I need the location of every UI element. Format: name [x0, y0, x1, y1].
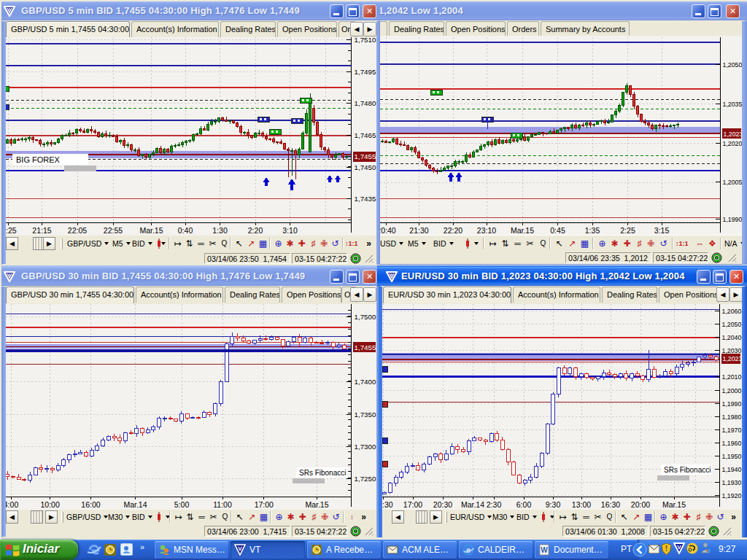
svg-text:9:30: 9:30 — [546, 500, 561, 509]
svg-text:1,7400: 1,7400 — [355, 378, 377, 386]
svg-text:11:00: 11:00 — [213, 500, 232, 509]
svg-text:1,2020: 1,2020 — [723, 140, 743, 147]
svg-text:3:15: 3:15 — [654, 226, 670, 235]
svg-text:3:10: 3:10 — [282, 226, 298, 235]
svg-text:!: ! — [665, 545, 667, 553]
svg-text:22:05: 22:05 — [68, 226, 87, 235]
svg-text:V: V — [677, 544, 681, 551]
svg-text:Mar.15: Mar.15 — [305, 500, 328, 509]
svg-text:1,1920: 1,1920 — [722, 492, 742, 499]
svg-text:21:15: 21:15 — [32, 226, 51, 235]
svg-text:1,7300: 1,7300 — [355, 443, 377, 451]
svg-text:Mar.14: Mar.14 — [123, 500, 147, 509]
svg-text:4:00: 4:00 — [6, 500, 18, 509]
svg-text:1,7495: 1,7495 — [355, 68, 377, 76]
svg-text:1,1970: 1,1970 — [722, 427, 742, 434]
svg-text:Mar.15: Mar.15 — [139, 226, 163, 235]
svg-text:1,7435: 1,7435 — [355, 195, 377, 203]
svg-text:1,7455: 1,7455 — [355, 152, 377, 160]
svg-text::25: :25 — [6, 226, 17, 235]
svg-text:21:30: 21:30 — [409, 226, 428, 235]
svg-text:20:00: 20:00 — [631, 500, 650, 509]
svg-text:Mar.15: Mar.15 — [662, 500, 686, 509]
svg-text:2:25: 2:25 — [620, 226, 635, 235]
svg-text:1,1930: 1,1930 — [722, 479, 742, 486]
svg-text:23:10: 23:10 — [477, 226, 496, 235]
svg-text:16:00: 16:00 — [81, 500, 100, 509]
svg-text:1,2035: 1,2035 — [723, 101, 743, 108]
svg-text:1,1960: 1,1960 — [722, 440, 742, 447]
svg-text:1,2010: 1,2010 — [722, 373, 742, 381]
svg-text:1,1940: 1,1940 — [722, 466, 742, 473]
svg-text:0:45: 0:45 — [550, 226, 565, 235]
svg-text:1,2060: 1,2060 — [722, 308, 742, 315]
svg-text:1,2023: 1,2023 — [724, 131, 743, 138]
svg-text:2:20: 2:20 — [248, 226, 263, 235]
svg-text:1:30: 1:30 — [212, 226, 228, 235]
svg-text:1,2005: 1,2005 — [723, 179, 743, 186]
svg-text:1,7350: 1,7350 — [355, 411, 377, 419]
svg-text:22:55: 22:55 — [104, 226, 123, 235]
svg-text:BIG FOREX: BIG FOREX — [16, 155, 61, 164]
svg-text:22:20: 22:20 — [444, 226, 462, 235]
svg-text:5:00: 5:00 — [174, 500, 190, 509]
svg-text:1,2050: 1,2050 — [722, 321, 742, 328]
svg-text:17:00: 17:00 — [255, 500, 274, 509]
svg-text:0:40: 0:40 — [178, 226, 193, 235]
svg-text:6:00: 6:00 — [516, 500, 532, 509]
svg-text:10:00: 10:00 — [40, 500, 59, 509]
svg-text:17:00: 17:00 — [403, 500, 422, 509]
svg-text:1,7465: 1,7465 — [355, 131, 377, 139]
svg-text:SRs Fibonacci: SRs Fibonacci — [299, 469, 346, 477]
svg-text:1,2030: 1,2030 — [722, 347, 742, 354]
svg-text:16:30: 16:30 — [601, 500, 620, 509]
svg-text:1,2023: 1,2023 — [723, 355, 743, 362]
svg-text:1,1950: 1,1950 — [722, 453, 742, 460]
svg-text:13:00: 13:00 — [572, 500, 591, 509]
svg-text:1,7500: 1,7500 — [355, 313, 377, 321]
svg-text:1,1990: 1,1990 — [722, 400, 742, 408]
svg-text:Mar.14: Mar.14 — [461, 500, 484, 509]
svg-text:SRs Fibonacci: SRs Fibonacci — [664, 466, 711, 474]
svg-text:1,2040: 1,2040 — [722, 334, 742, 341]
svg-text:W: W — [541, 546, 548, 554]
svg-text::30: :30 — [382, 500, 393, 509]
svg-text:1,7455: 1,7455 — [355, 343, 377, 351]
svg-text:Mar.15: Mar.15 — [511, 226, 534, 235]
svg-text:1,2000: 1,2000 — [722, 387, 742, 394]
svg-text:1,7510: 1,7510 — [355, 37, 377, 44]
svg-text:1,1980: 1,1980 — [722, 413, 742, 421]
svg-text:e: e — [466, 545, 471, 554]
svg-text:1,1990: 1,1990 — [723, 216, 743, 223]
svg-text:1,2050: 1,2050 — [723, 61, 743, 69]
svg-text:1,7480: 1,7480 — [355, 99, 377, 107]
svg-text:1,7450: 1,7450 — [355, 163, 377, 171]
svg-text:2:30: 2:30 — [487, 500, 502, 509]
svg-text:1:35: 1:35 — [585, 226, 600, 235]
svg-text:V: V — [238, 545, 242, 552]
svg-text:20:40: 20:40 — [380, 226, 396, 235]
svg-text:1,7250: 1,7250 — [355, 475, 377, 483]
svg-text:20:30: 20:30 — [433, 500, 452, 509]
